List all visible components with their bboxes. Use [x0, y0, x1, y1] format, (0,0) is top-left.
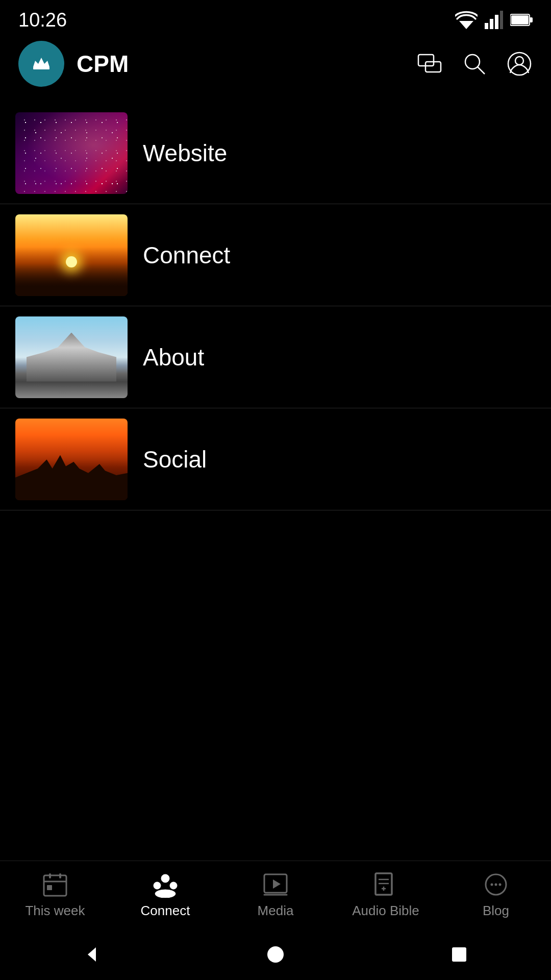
- svg-point-14: [508, 53, 531, 75]
- svg-rect-20: [47, 885, 52, 890]
- svg-rect-7: [511, 15, 529, 24]
- about-thumbnail: [15, 316, 128, 398]
- svg-point-24: [155, 890, 176, 898]
- status-icons: [455, 11, 533, 29]
- audio-bible-icon: [372, 871, 399, 898]
- svg-rect-18: [59, 873, 61, 878]
- connect-label: Connect: [143, 241, 230, 269]
- svg-point-22: [154, 882, 161, 889]
- logo-crown-icon: [28, 51, 55, 77]
- blog-nav-label: Blog: [483, 903, 509, 919]
- recent-square-icon: [448, 943, 470, 966]
- svg-rect-6: [530, 17, 533, 22]
- header-actions: [416, 51, 533, 77]
- media-icon: [262, 871, 289, 898]
- svg-point-15: [515, 57, 523, 65]
- nav-item-this-week[interactable]: This week: [0, 871, 110, 919]
- svg-marker-38: [88, 947, 96, 962]
- menu-item-social[interactable]: Social: [0, 408, 551, 510]
- menu-item-website[interactable]: Website: [0, 102, 551, 204]
- menu-list: Website Connect About Social: [0, 102, 551, 510]
- wifi-icon: [455, 11, 478, 29]
- status-bar: 10:26: [0, 0, 551, 36]
- svg-point-37: [499, 884, 502, 886]
- svg-point-36: [495, 884, 497, 886]
- app-title: CPM: [77, 50, 416, 78]
- svg-rect-2: [490, 19, 493, 29]
- svg-point-21: [161, 874, 169, 883]
- svg-rect-40: [452, 947, 466, 962]
- battery-icon: [510, 12, 533, 28]
- menu-item-connect[interactable]: Connect: [0, 204, 551, 306]
- svg-marker-26: [273, 879, 281, 889]
- svg-point-23: [170, 882, 177, 889]
- nav-item-media[interactable]: Media: [220, 871, 331, 919]
- android-nav-bar: [0, 929, 551, 980]
- home-circle-icon: [264, 943, 287, 966]
- nav-item-blog[interactable]: Blog: [441, 871, 551, 919]
- connect-nav-icon: [152, 871, 179, 898]
- about-label: About: [143, 344, 204, 371]
- website-label: Website: [143, 139, 227, 167]
- audio-bible-nav-label: Audio Bible: [352, 903, 419, 919]
- svg-rect-3: [495, 15, 498, 29]
- svg-line-13: [478, 67, 485, 74]
- svg-point-12: [465, 55, 480, 69]
- svg-rect-1: [485, 23, 488, 29]
- social-thumbnail: [15, 419, 128, 500]
- android-recent-button[interactable]: [448, 943, 470, 966]
- account-icon[interactable]: [506, 51, 533, 77]
- status-time: 10:26: [18, 9, 67, 31]
- android-home-button[interactable]: [264, 943, 287, 966]
- nav-item-audio-bible[interactable]: Audio Bible: [331, 871, 441, 919]
- connect-nav-label: Connect: [141, 903, 190, 919]
- messages-icon[interactable]: [416, 51, 443, 77]
- nav-item-connect-tab[interactable]: Connect: [110, 871, 220, 919]
- search-icon[interactable]: [461, 51, 488, 77]
- menu-item-about[interactable]: About: [0, 306, 551, 408]
- signal-icon: [485, 11, 503, 29]
- this-week-icon: [42, 871, 68, 898]
- svg-marker-0: [459, 21, 473, 29]
- svg-point-35: [491, 884, 493, 886]
- svg-point-39: [267, 946, 284, 963]
- back-triangle-icon: [81, 943, 103, 966]
- social-label: Social: [143, 446, 207, 473]
- svg-rect-17: [49, 873, 51, 878]
- connect-thumbnail: [15, 214, 128, 296]
- this-week-nav-label: This week: [25, 903, 85, 919]
- bottom-nav: This week Connect Media Audio: [0, 861, 551, 929]
- android-back-button[interactable]: [81, 943, 103, 966]
- website-thumbnail: [15, 112, 128, 194]
- svg-rect-9: [33, 67, 49, 69]
- svg-rect-4: [500, 11, 503, 29]
- blog-icon: [483, 871, 509, 898]
- media-nav-label: Media: [258, 903, 294, 919]
- header: CPM: [0, 36, 551, 92]
- app-logo: [18, 41, 64, 87]
